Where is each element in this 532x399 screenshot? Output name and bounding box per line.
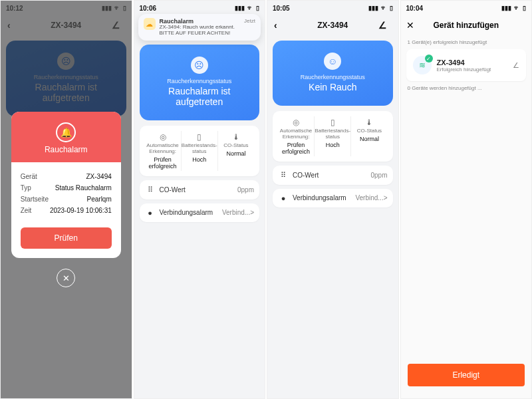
success-count: 1 Gerät(e) erfolgreich hinzugefügt [408, 39, 525, 45]
modal-row-val: 2023-09-19 10:06:31 [50, 207, 112, 214]
done-button[interactable]: Erledigt [408, 364, 525, 386]
edit-icon[interactable]: ∠ [378, 20, 392, 31]
battery-icon: ▯ [523, 5, 526, 11]
device-icon: ≋✓ [413, 56, 432, 74]
modal-row: GerätZX-3494 [21, 173, 112, 180]
modal-row-val: ZX-3494 [86, 173, 111, 180]
stat-battery: ▯Batteriestands-statusHoch [315, 116, 351, 156]
modal-row-key: Startseite [21, 196, 87, 203]
battery-icon: ▯ [256, 5, 259, 11]
push-notification[interactable]: ☁ Rauchalarm ZX-3494: Rauch wurde erkann… [138, 14, 261, 41]
stat-co: 🌡CO-StatusNormal [218, 131, 254, 171]
co-value-row[interactable]: ⠿ CO-Wert 0ppm [140, 180, 260, 200]
hero-subtitle: Raucherkennungsstatus [279, 74, 386, 80]
battery-icon: ▯ [315, 118, 350, 127]
top-nav: ‹ ZX-3494 ∠ [267, 15, 398, 35]
modal-row: StartseitePearlqm [21, 196, 112, 203]
status-time: 10:04 [406, 5, 502, 12]
connection-alarm-row[interactable]: ● Verbindungsalarm Verbind...> [140, 203, 260, 222]
status-bar: 10:05 ▮▮▮ᯤ▯ [267, 1, 398, 15]
modal-row-key: Typ [21, 184, 55, 192]
modal-row-key: Gerät [21, 173, 86, 180]
connection-value: Verbind...> [222, 209, 254, 216]
page-title: Gerät hinzufügen [420, 21, 513, 30]
status-icons: ▮▮▮ᯤ▯ [368, 5, 393, 11]
status-time: 10:06 [140, 5, 235, 12]
target-icon: ◎ [145, 132, 181, 142]
thermometer-icon: 🌡 [218, 132, 254, 142]
co-label: CO-Wert [293, 172, 370, 179]
status-icons: ▮▮▮ᯤ▯ [235, 5, 259, 11]
device-status: Erfolgreich hinzugefügt [437, 66, 508, 72]
modal-overlay: 🔔 Rauchalarm GerätZX-3494 TypStatus Rauc… [1, 1, 132, 398]
stat-co: 🌡CO-StatusNormal [351, 116, 387, 156]
close-icon[interactable]: ✕ [406, 20, 420, 31]
device-name: ZX-3494 [437, 59, 508, 66]
target-icon: ◎ [278, 118, 314, 127]
bell-icon: 🔔 [56, 122, 76, 142]
wifi-icon: ᯤ [247, 5, 253, 11]
signal-icon: ▮▮▮ [501, 5, 511, 11]
face-icon: ☹ [191, 57, 208, 74]
modal-row: Zeit2023-09-19 10:06:31 [21, 207, 112, 214]
hero-subtitle: Raucherkennungsstatus [146, 78, 253, 84]
hero-title: Rauchalarm ist aufgetreten [146, 86, 253, 107]
status-bar: 10:06 ▮▮▮ᯤ▯ [134, 1, 265, 15]
close-icon[interactable]: ✕ [57, 269, 75, 287]
co-value: 0ppm [237, 186, 254, 194]
modal-row-val: Pearlqm [87, 196, 112, 203]
modal-title: Rauchalarm [11, 145, 121, 154]
face-icon: ☺ [324, 53, 341, 70]
signal-icon: ▮▮▮ [235, 5, 245, 11]
connection-label: Verbindungsalarm [160, 209, 222, 216]
hero-title: Kein Rauch [279, 82, 386, 92]
stat-auto-detect: ◎Automatische Erkennung:Prüfen erfolgrei… [278, 116, 315, 156]
hero-card: ☹ Raucherkennungsstatus Rauchalarm ist a… [140, 45, 260, 120]
modal-header: 🔔 Rauchalarm [11, 112, 121, 162]
co-label: CO-Wert [160, 186, 237, 194]
device-card[interactable]: ≋✓ ZX-3494 Erfolgreich hinzugefügt ∠ [406, 49, 527, 81]
back-icon[interactable]: ‹ [274, 20, 287, 31]
hero-card: ☺ Raucherkennungsstatus Kein Rauch [273, 41, 393, 106]
stat-auto-detect: ◎Automatische Erkennung:Prüfen erfolgrei… [145, 131, 182, 171]
connection-value: Verbind...> [355, 194, 387, 201]
co-value: 0ppm [370, 172, 387, 179]
app-icon: ☁ [144, 18, 156, 30]
info-icon: ● [278, 194, 289, 202]
modal-row-key: Zeit [21, 207, 50, 214]
grid-icon: ⠿ [145, 186, 156, 194]
page-title: ZX-3494 [287, 21, 378, 30]
grid-icon: ⠿ [278, 171, 289, 180]
info-icon: ● [145, 209, 156, 217]
notification-body: ZX-3494: Rauch wurde erkannt. BITTE AUF … [160, 25, 241, 37]
rename-icon[interactable]: ∠ [513, 61, 519, 70]
modal-row: TypStatus Rauchalarm [21, 184, 112, 192]
signal-icon: ▮▮▮ [368, 5, 378, 11]
screen-add-device: 10:04 ▮▮▮ᯤ▯ ✕ Gerät hinzufügen 1 Gerät(e… [400, 0, 533, 399]
connection-label: Verbindungsalarm [293, 194, 355, 201]
status-bar: 10:04 ▮▮▮ᯤ▯ [401, 1, 532, 15]
battery-icon: ▯ [390, 5, 393, 11]
modal-body: GerätZX-3494 TypStatus Rauchalarm Starts… [11, 162, 121, 222]
screen-smoke-detected: 10:06 ▮▮▮ᯤ▯ ☁ Rauchalarm ZX-3494: Rauch … [134, 0, 266, 399]
top-nav: ✕ Gerät hinzufügen [401, 15, 532, 35]
check-icon: ✓ [425, 55, 433, 63]
wifi-icon: ᯤ [514, 5, 520, 11]
screen-no-smoke: 10:05 ▮▮▮ᯤ▯ ‹ ZX-3494 ∠ ☺ Raucherkennung… [267, 0, 399, 399]
notification-time: Jetzt [244, 18, 255, 24]
screen-alarm-modal: 10:12 ▮▮▮ᯤ▯ ‹ ZX-3494 ∠ ☹ Raucherkennung… [0, 0, 132, 399]
status-grid: ◎Automatische Erkennung:Prüfen erfolgrei… [273, 111, 393, 162]
connection-alarm-row[interactable]: ● Verbindungsalarm Verbind...> [273, 189, 393, 207]
wifi-icon: ᯤ [381, 5, 387, 11]
stat-battery: ▯Batteriestands-statusHoch [182, 131, 218, 171]
alarm-modal: 🔔 Rauchalarm GerätZX-3494 TypStatus Rauc… [11, 112, 121, 258]
pending-count: 0 Geräte werden hinzugefügt ... [408, 85, 525, 91]
thermometer-icon: 🌡 [351, 118, 387, 127]
co-value-row[interactable]: ⠿ CO-Wert 0ppm [273, 166, 393, 185]
modal-row-val: Status Rauchalarm [55, 184, 112, 192]
status-time: 10:05 [273, 5, 368, 12]
check-button[interactable]: Prüfen [21, 227, 112, 249]
status-icons: ▮▮▮ᯤ▯ [501, 5, 526, 11]
battery-icon: ▯ [182, 132, 217, 142]
status-grid: ◎Automatische Erkennung:Prüfen erfolgrei… [140, 126, 260, 176]
